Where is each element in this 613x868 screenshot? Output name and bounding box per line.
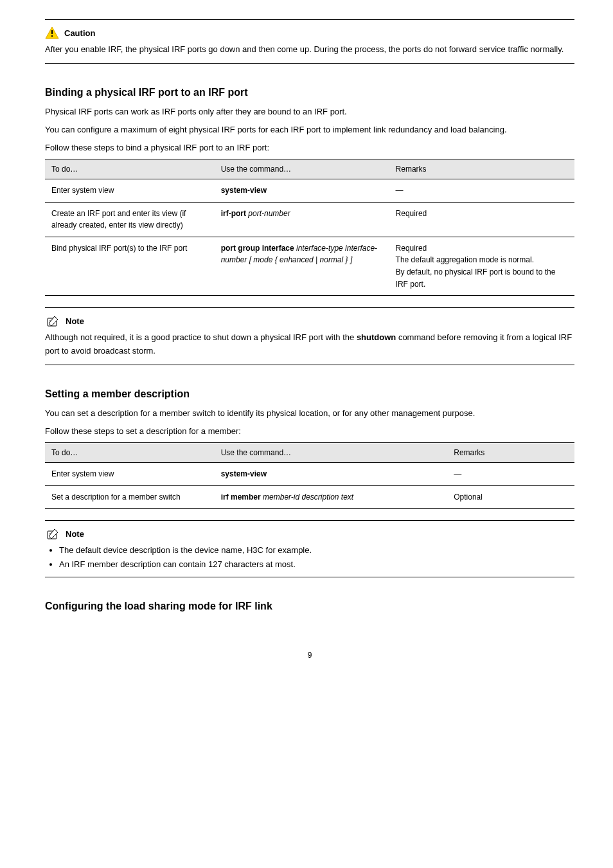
svg-rect-1 — [51, 30, 53, 34]
col-header-remarks: Remarks — [389, 159, 574, 179]
note1-bottom-rule — [45, 365, 574, 365]
col-header-todo: To do… — [45, 159, 215, 179]
caution-bottom-rule — [45, 63, 574, 64]
caution-icon — [45, 26, 59, 39]
cell-todo: Create an IRF port and enter its view (i… — [45, 202, 215, 237]
note-icon — [45, 314, 60, 327]
page-number: 9 — [45, 651, 574, 660]
note-icon — [45, 527, 60, 540]
cell-remarks: Required The default aggregation mode is… — [389, 237, 574, 295]
note2-top-rule — [45, 520, 574, 521]
description-paragraph-1: You can set a description for a member s… — [45, 406, 574, 420]
cell-todo: Bind physical IRF port(s) to the IRF por… — [45, 237, 215, 295]
cmd-keyword: system-view — [221, 186, 267, 195]
note2-bullets: The default device description is the de… — [45, 544, 574, 570]
page: Caution After you enable IRF, the physic… — [0, 0, 613, 868]
cell-remarks: Required — [389, 202, 574, 237]
table-row: Enter system view system-view — — [45, 179, 574, 203]
cmd-keyword: port group interface — [221, 244, 294, 253]
table-row: Create an IRF port and enter its view (i… — [45, 202, 574, 237]
binding-paragraph-2: You can configure a maximum of eight phy… — [45, 123, 574, 137]
table-row: Bind physical IRF port(s) to the IRF por… — [45, 237, 574, 295]
note1-cmd: shutdown — [357, 332, 396, 342]
section-title-loadsharing: Configuring the load sharing mode for IR… — [45, 601, 574, 612]
note2-bottom-rule — [45, 577, 574, 577]
binding-paragraph-1: Physical IRF ports can work as IRF ports… — [45, 105, 574, 119]
section-title-description: Setting a member description — [45, 388, 574, 400]
caution-body: After you enable IRF, the physical IRF p… — [45, 43, 574, 57]
caution-label: Caution — [64, 28, 95, 38]
list-item: The default device description is the de… — [59, 544, 574, 557]
note2-label: Note — [66, 529, 84, 539]
cell-command: system-view — [215, 179, 389, 203]
note1-top-rule — [45, 307, 574, 308]
cell-remarks: — — [447, 463, 574, 486]
table-header-row: To do… Use the command… Remarks — [45, 159, 574, 179]
table-row: Set a description for a member switch ir… — [45, 485, 574, 509]
caution-top-rule — [45, 19, 574, 20]
svg-rect-2 — [51, 35, 53, 37]
description-table: To do… Use the command… Remarks Enter sy… — [45, 442, 574, 509]
cmd-keyword: irf member — [221, 493, 261, 502]
spacer — [45, 296, 574, 307]
cell-command: system-view — [215, 463, 448, 486]
table-header-row: To do… Use the command… Remarks — [45, 443, 574, 463]
col-header-remarks: Remarks — [447, 443, 574, 463]
cmd-keyword: irf-port — [221, 209, 246, 218]
cell-todo: Set a description for a member switch — [45, 485, 215, 509]
note2-header: Note — [45, 527, 574, 540]
binding-paragraph-3: Follow these steps to bind a physical IR… — [45, 141, 574, 155]
section-title-binding: Binding a physical IRF port to an IRF po… — [45, 87, 574, 98]
cell-remarks: — — [389, 179, 574, 203]
spacer — [45, 509, 574, 520]
cell-command: irf-port port-number — [215, 202, 389, 237]
note1-header: Note — [45, 314, 574, 327]
note1-label: Note — [66, 316, 84, 326]
table-row: Enter system view system-view — — [45, 463, 574, 486]
cmd-arg: port-number — [246, 209, 290, 218]
col-header-command: Use the command… — [215, 159, 389, 179]
col-header-command: Use the command… — [215, 443, 448, 463]
cell-command: irf member member-id description text — [215, 485, 448, 509]
cell-todo: Enter system view — [45, 179, 215, 203]
description-paragraph-2: Follow these steps to set a description … — [45, 424, 574, 439]
cell-remarks: Optional — [447, 485, 574, 509]
note1-body: Although not required, it is a good prac… — [45, 331, 574, 358]
note1-text-prefix: Although not required, it is a good prac… — [45, 332, 357, 342]
cell-command: port group interface interface-type inte… — [215, 237, 389, 295]
list-item: An IRF member description can contain 12… — [59, 558, 574, 571]
cmd-arg: member-id description text — [261, 493, 354, 502]
caution-header: Caution — [45, 26, 574, 39]
col-header-todo: To do… — [45, 443, 215, 463]
binding-table: To do… Use the command… Remarks Enter sy… — [45, 159, 574, 296]
cell-todo: Enter system view — [45, 463, 215, 486]
cmd-keyword: system-view — [221, 469, 267, 478]
